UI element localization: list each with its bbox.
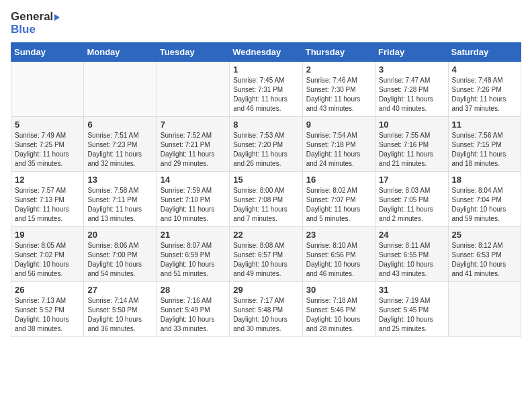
calendar-cell: 19Sunrise: 8:05 AMSunset: 7:02 PMDayligh… <box>11 227 84 282</box>
cell-info: Sunrise: 8:00 AMSunset: 7:08 PMDaylight:… <box>233 186 298 224</box>
calendar-cell: 30Sunrise: 7:18 AMSunset: 5:46 PMDayligh… <box>302 282 375 337</box>
calendar-cell <box>448 282 521 337</box>
calendar-cell: 5Sunrise: 7:49 AMSunset: 7:25 PMDaylight… <box>11 117 84 172</box>
cell-info: Sunrise: 7:49 AMSunset: 7:25 PMDaylight:… <box>15 131 80 169</box>
day-number: 1 <box>233 64 298 75</box>
calendar-cell: 25Sunrise: 8:12 AMSunset: 6:53 PMDayligh… <box>448 227 521 282</box>
logo-general: General <box>11 11 60 24</box>
header: General Blue <box>11 11 521 36</box>
day-number: 16 <box>306 175 371 185</box>
calendar-cell: 9Sunrise: 7:54 AMSunset: 7:18 PMDaylight… <box>302 117 375 172</box>
cell-info: Sunrise: 7:46 AMSunset: 7:30 PMDaylight:… <box>306 76 371 113</box>
calendar-cell <box>84 62 157 117</box>
day-number: 12 <box>15 175 80 185</box>
calendar-cell: 31Sunrise: 7:19 AMSunset: 5:45 PMDayligh… <box>375 282 448 337</box>
day-number: 3 <box>379 64 444 75</box>
calendar-cell: 24Sunrise: 8:11 AMSunset: 6:55 PMDayligh… <box>375 227 448 282</box>
day-number: 26 <box>15 285 80 295</box>
calendar-cell <box>11 62 84 117</box>
cell-info: Sunrise: 8:08 AMSunset: 6:57 PMDaylight:… <box>233 241 298 279</box>
calendar-cell: 6Sunrise: 7:51 AMSunset: 7:23 PMDaylight… <box>84 117 157 172</box>
day-number: 18 <box>452 175 517 185</box>
day-number: 24 <box>379 230 444 240</box>
day-number: 7 <box>161 120 226 130</box>
calendar-cell: 11Sunrise: 7:56 AMSunset: 7:15 PMDayligh… <box>448 117 521 172</box>
day-number: 31 <box>379 285 444 295</box>
cell-info: Sunrise: 7:58 AMSunset: 7:11 PMDaylight:… <box>87 186 152 224</box>
cell-info: Sunrise: 7:59 AMSunset: 7:10 PMDaylight:… <box>161 186 226 224</box>
calendar-cell: 23Sunrise: 8:10 AMSunset: 6:56 PMDayligh… <box>302 227 375 282</box>
cell-info: Sunrise: 8:04 AMSunset: 7:04 PMDaylight:… <box>452 186 517 224</box>
weekday-header-wednesday: Wednesday <box>230 43 302 62</box>
cell-info: Sunrise: 7:16 AMSunset: 5:49 PMDaylight:… <box>161 296 226 334</box>
cell-info: Sunrise: 8:03 AMSunset: 7:05 PMDaylight:… <box>379 186 444 224</box>
day-number: 30 <box>306 285 371 295</box>
day-number: 4 <box>452 64 517 75</box>
calendar-cell: 1Sunrise: 7:45 AMSunset: 7:31 PMDaylight… <box>230 62 302 117</box>
cell-info: Sunrise: 7:14 AMSunset: 5:50 PMDaylight:… <box>87 296 152 334</box>
week-row-1: 1Sunrise: 7:45 AMSunset: 7:31 PMDaylight… <box>11 62 521 117</box>
calendar-cell: 18Sunrise: 8:04 AMSunset: 7:04 PMDayligh… <box>448 172 521 227</box>
day-number: 23 <box>306 230 371 240</box>
day-number: 15 <box>233 175 298 185</box>
cell-info: Sunrise: 7:19 AMSunset: 5:45 PMDaylight:… <box>379 296 444 334</box>
calendar-cell: 8Sunrise: 7:53 AMSunset: 7:20 PMDaylight… <box>230 117 302 172</box>
weekday-header-sunday: Sunday <box>11 43 84 62</box>
day-number: 8 <box>233 120 298 130</box>
calendar-cell: 10Sunrise: 7:55 AMSunset: 7:16 PMDayligh… <box>375 117 448 172</box>
calendar-cell: 12Sunrise: 7:57 AMSunset: 7:13 PMDayligh… <box>11 172 84 227</box>
day-number: 20 <box>87 230 152 240</box>
cell-info: Sunrise: 8:07 AMSunset: 6:59 PMDaylight:… <box>161 241 226 279</box>
calendar-cell: 26Sunrise: 7:13 AMSunset: 5:52 PMDayligh… <box>11 282 84 337</box>
logo-text: General Blue <box>11 11 60 36</box>
day-number: 21 <box>161 230 226 240</box>
day-number: 6 <box>87 120 152 130</box>
day-number: 19 <box>15 230 80 240</box>
cell-info: Sunrise: 7:18 AMSunset: 5:46 PMDaylight:… <box>306 296 371 334</box>
day-number: 10 <box>379 120 444 130</box>
cell-info: Sunrise: 7:47 AMSunset: 7:28 PMDaylight:… <box>379 76 444 113</box>
weekday-header-thursday: Thursday <box>302 43 375 62</box>
day-number: 25 <box>452 230 517 240</box>
cell-info: Sunrise: 7:13 AMSunset: 5:52 PMDaylight:… <box>15 296 80 334</box>
cell-info: Sunrise: 8:02 AMSunset: 7:07 PMDaylight:… <box>306 186 371 224</box>
day-number: 14 <box>161 175 226 185</box>
calendar-cell: 29Sunrise: 7:17 AMSunset: 5:48 PMDayligh… <box>230 282 302 337</box>
calendar-cell: 20Sunrise: 8:06 AMSunset: 7:00 PMDayligh… <box>84 227 157 282</box>
week-row-3: 12Sunrise: 7:57 AMSunset: 7:13 PMDayligh… <box>11 172 521 227</box>
day-number: 27 <box>87 285 152 295</box>
calendar-cell: 27Sunrise: 7:14 AMSunset: 5:50 PMDayligh… <box>84 282 157 337</box>
weekday-header-monday: Monday <box>84 43 157 62</box>
cell-info: Sunrise: 7:45 AMSunset: 7:31 PMDaylight:… <box>233 76 298 113</box>
cell-info: Sunrise: 7:53 AMSunset: 7:20 PMDaylight:… <box>233 131 298 169</box>
calendar-cell: 4Sunrise: 7:48 AMSunset: 7:26 PMDaylight… <box>448 62 521 117</box>
calendar-cell: 3Sunrise: 7:47 AMSunset: 7:28 PMDaylight… <box>375 62 448 117</box>
cell-info: Sunrise: 8:11 AMSunset: 6:55 PMDaylight:… <box>379 241 444 279</box>
calendar-cell: 2Sunrise: 7:46 AMSunset: 7:30 PMDaylight… <box>302 62 375 117</box>
day-number: 2 <box>306 64 371 75</box>
week-row-2: 5Sunrise: 7:49 AMSunset: 7:25 PMDaylight… <box>11 117 521 172</box>
cell-info: Sunrise: 7:52 AMSunset: 7:21 PMDaylight:… <box>161 131 226 169</box>
cell-info: Sunrise: 7:51 AMSunset: 7:23 PMDaylight:… <box>87 131 152 169</box>
day-number: 9 <box>306 120 371 130</box>
week-row-4: 19Sunrise: 8:05 AMSunset: 7:02 PMDayligh… <box>11 227 521 282</box>
cell-info: Sunrise: 7:17 AMSunset: 5:48 PMDaylight:… <box>233 296 298 334</box>
calendar-cell: 7Sunrise: 7:52 AMSunset: 7:21 PMDaylight… <box>157 117 229 172</box>
cell-info: Sunrise: 8:10 AMSunset: 6:56 PMDaylight:… <box>306 241 371 279</box>
cell-info: Sunrise: 7:54 AMSunset: 7:18 PMDaylight:… <box>306 131 371 169</box>
day-number: 29 <box>233 285 298 295</box>
week-row-5: 26Sunrise: 7:13 AMSunset: 5:52 PMDayligh… <box>11 282 521 337</box>
cell-info: Sunrise: 7:48 AMSunset: 7:26 PMDaylight:… <box>452 76 517 113</box>
cell-info: Sunrise: 7:55 AMSunset: 7:16 PMDaylight:… <box>379 131 444 169</box>
logo: General Blue <box>11 11 60 36</box>
day-number: 22 <box>233 230 298 240</box>
calendar-cell: 17Sunrise: 8:03 AMSunset: 7:05 PMDayligh… <box>375 172 448 227</box>
day-number: 11 <box>452 120 517 130</box>
calendar-cell <box>157 62 229 117</box>
calendar-cell: 16Sunrise: 8:02 AMSunset: 7:07 PMDayligh… <box>302 172 375 227</box>
calendar-cell: 15Sunrise: 8:00 AMSunset: 7:08 PMDayligh… <box>230 172 302 227</box>
calendar-cell: 13Sunrise: 7:58 AMSunset: 7:11 PMDayligh… <box>84 172 157 227</box>
day-number: 5 <box>15 120 80 130</box>
weekday-header-row: SundayMondayTuesdayWednesdayThursdayFrid… <box>11 43 521 62</box>
calendar-table: SundayMondayTuesdayWednesdayThursdayFrid… <box>11 42 521 337</box>
